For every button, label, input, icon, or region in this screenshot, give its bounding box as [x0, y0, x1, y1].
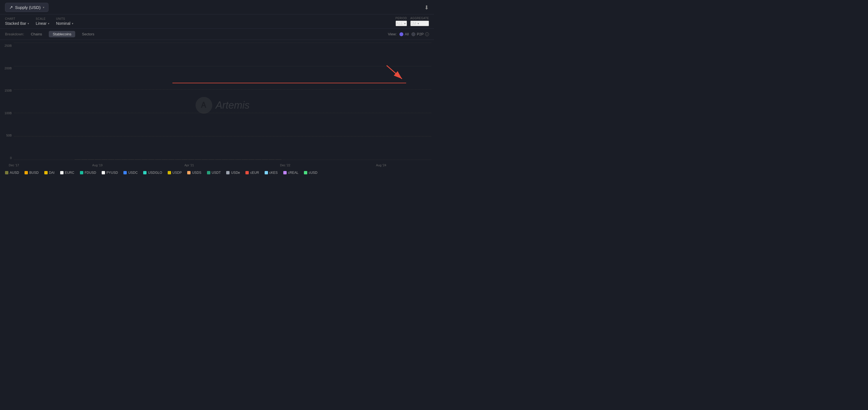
y-label-100b: 100B	[4, 112, 12, 115]
download-button[interactable]: ⬇	[424, 4, 429, 11]
aggregate-value: 1M	[411, 21, 416, 26]
view-group: View: All P2P i	[388, 32, 429, 36]
legend-item-usdt: USDT	[207, 171, 221, 175]
legend-color-usdt	[207, 171, 210, 175]
units-label: UNITS	[56, 17, 73, 20]
breakdown-chains-button[interactable]: Chains	[27, 31, 46, 37]
legend-color-usdglo	[143, 171, 147, 175]
view-all-label: All	[405, 32, 409, 36]
legend-color-eurc	[60, 171, 63, 175]
x-label-aug19: Aug '19	[92, 163, 102, 167]
chart-type-value: Stacked Bar	[5, 21, 26, 26]
breakdown-sectors-button[interactable]: Sectors	[78, 31, 98, 37]
units-chevron-icon: ▾	[72, 22, 73, 25]
chart-type-select[interactable]: Stacked Bar ▾	[5, 21, 29, 26]
title-button[interactable]: ↗ Supply (USD) ▾	[5, 3, 49, 12]
period-value: ALL	[396, 21, 403, 26]
x-axis: Dec '17 Aug '19 Apr '21 Dec '22 Aug '24	[14, 160, 431, 168]
aggregate-chevron-icon: ▾	[417, 22, 419, 25]
chart-inner: Ꭺ Artemis Dec '17 Aug '19 Apr '21 Dec '2…	[14, 42, 431, 168]
scale-chevron-icon: ▾	[48, 22, 49, 25]
view-all-option[interactable]: All	[399, 32, 409, 36]
legend-color-usdc	[123, 171, 127, 175]
legend-color-ceur	[245, 171, 249, 175]
legend-item-creal: cREAL	[283, 171, 298, 175]
legend-item-usdc: USDC	[123, 171, 137, 175]
title-chevron-icon: ▾	[43, 6, 44, 9]
p2p-info-icon[interactable]: i	[425, 32, 429, 36]
legend-color-busd	[25, 171, 28, 175]
legend-item-usdglo: USDGLO	[143, 171, 162, 175]
x-label-aug24: Aug '24	[376, 163, 386, 167]
legend-item-eurc: EURC	[60, 171, 74, 175]
legend-color-usds	[187, 171, 190, 175]
aggregate-group: AGGREGATE 1M ▾	[410, 17, 429, 26]
legend-color-ckes	[265, 171, 268, 175]
legend-item-ckes: cKES	[265, 171, 278, 175]
breakdown-bar: Breakdown: Chains Stablecoins Sectors Vi…	[0, 29, 434, 40]
x-label-apr21: Apr '21	[184, 163, 194, 167]
units-group: UNITS Nominal ▾	[56, 17, 73, 26]
chart-type-chevron-icon: ▾	[28, 22, 29, 25]
legend-color-usde	[226, 171, 229, 175]
chart-icon: ↗	[9, 5, 13, 10]
toolbar: CHART Stacked Bar ▾ SCALE Linear ▾ UNITS…	[0, 14, 434, 29]
legend-color-pyusd	[102, 171, 105, 175]
legend-item-busd: BUSD	[25, 171, 38, 175]
legend-item-ausd: AUSD	[5, 171, 19, 175]
legend: AUSDBUSDDAIEURCFDUSDPYUSDUSDCUSDGLOUSDPU…	[0, 168, 434, 178]
chart-type-label: CHART	[5, 17, 29, 20]
legend-item-usds: USDS	[187, 171, 201, 175]
view-label: View:	[388, 32, 397, 36]
scale-group: SCALE Linear ▾	[36, 17, 49, 26]
y-label-200b: 200B	[4, 67, 12, 70]
aggregate-label: AGGREGATE	[410, 17, 429, 20]
toolbar-right: PERIOD ALL ▾ AGGREGATE 1M ▾	[396, 17, 429, 26]
scale-label: SCALE	[36, 17, 49, 20]
x-label-dec17: Dec '17	[9, 163, 19, 167]
chart-type-group: CHART Stacked Bar ▾	[5, 17, 29, 26]
legend-item-usdp: USDP	[168, 171, 182, 175]
view-all-radio	[399, 32, 403, 36]
y-label-150b: 150B	[4, 89, 12, 92]
period-group: PERIOD ALL ▾	[396, 17, 407, 26]
units-value: Nominal	[56, 21, 70, 26]
legend-color-creal	[283, 171, 287, 175]
legend-color-fdusd	[80, 171, 83, 175]
y-label-250b: 250B	[4, 44, 12, 48]
breakdown-label: Breakdown:	[5, 32, 24, 36]
legend-item-ceur: cEUR	[245, 171, 259, 175]
title-text: Supply (USD)	[15, 5, 41, 10]
view-p2p-label: P2P	[417, 32, 424, 36]
y-label-50b: 50B	[6, 134, 12, 137]
legend-item-dai: DAI	[44, 171, 55, 175]
units-select[interactable]: Nominal ▾	[56, 21, 73, 26]
aggregate-select[interactable]: 1M ▾	[410, 21, 429, 26]
legend-item-fdusd: FDUSD	[80, 171, 96, 175]
scale-select[interactable]: Linear ▾	[36, 21, 49, 26]
chart-area: 250B 200B 150B 100B 50B 0	[0, 40, 434, 168]
x-label-dec22: Dec '22	[280, 163, 290, 167]
y-label-0: 0	[10, 156, 12, 160]
legend-color-dai	[44, 171, 48, 175]
download-icon: ⬇	[424, 4, 429, 10]
legend-color-ausd	[5, 171, 8, 175]
legend-item-cusd: cUSD	[304, 171, 317, 175]
scale-value: Linear	[36, 21, 46, 26]
header: ↗ Supply (USD) ▾ ⬇	[0, 0, 434, 14]
breakdown-stablecoins-button[interactable]: Stablecoins	[49, 31, 75, 37]
view-p2p-radio	[411, 32, 415, 36]
period-label: PERIOD	[396, 17, 407, 20]
view-p2p-option[interactable]: P2P i	[411, 32, 429, 36]
legend-item-usde: USDe	[226, 171, 240, 175]
y-axis: 250B 200B 150B 100B 50B 0	[0, 42, 14, 168]
legend-color-cusd	[304, 171, 307, 175]
legend-item-pyusd: PYUSD	[102, 171, 118, 175]
legend-color-usdp	[168, 171, 171, 175]
bars-container	[14, 42, 431, 160]
period-chevron-icon: ▾	[404, 22, 406, 25]
period-select[interactable]: ALL ▾	[396, 21, 407, 26]
